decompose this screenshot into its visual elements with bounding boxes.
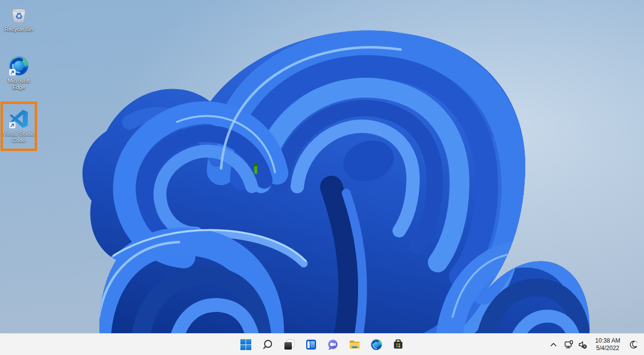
network-ethernet-icon	[564, 340, 574, 350]
chat-icon	[327, 339, 339, 351]
widgets-icon	[305, 339, 317, 351]
green-cursor-marker	[254, 163, 257, 174]
start-button[interactable]	[236, 335, 256, 355]
file-explorer-button[interactable]	[345, 335, 365, 355]
desktop-icon-label: Visual StudioCode	[1, 131, 37, 144]
recycle-bin-icon: ♻	[9, 4, 29, 24]
network-volume-tray-button[interactable]	[561, 335, 590, 355]
chevron-up-icon	[549, 340, 558, 350]
desktop-icon-recycle-bin[interactable]: ♻ Recycle Bin	[0, 4, 39, 33]
task-view-button[interactable]	[279, 335, 299, 355]
wallpaper-bloom	[0, 0, 644, 355]
microsoft-store-button[interactable]	[388, 335, 408, 355]
shortcut-arrow-icon	[9, 69, 16, 76]
microsoft-store-icon	[392, 339, 404, 351]
focus-assist-button[interactable]	[625, 335, 642, 355]
task-view-icon	[283, 339, 295, 351]
system-tray: 10:38 AM 5/4/2022	[547, 334, 642, 355]
taskbar: 10:38 AM 5/4/2022	[0, 333, 644, 355]
tray-date: 5/4/2022	[596, 345, 619, 352]
windows-start-icon	[240, 339, 252, 351]
taskbar-center-icons	[236, 334, 408, 355]
hidden-icons-button[interactable]	[547, 335, 560, 355]
edge-taskbar-button[interactable]	[367, 335, 386, 355]
search-icon	[262, 339, 274, 351]
svg-text:♻: ♻	[15, 11, 23, 21]
windows-11-desktop: ♻ Recycle Bin MicrosoftEdge	[0, 0, 644, 355]
focus-assist-moon-icon	[629, 340, 639, 350]
search-button[interactable]	[258, 335, 277, 355]
desktop-icon-label: Recycle Bin	[1, 26, 37, 33]
tray-time: 10:38 AM	[595, 337, 620, 345]
desktop-icon-microsoft-edge[interactable]: MicrosoftEdge	[0, 55, 39, 91]
widgets-button[interactable]	[301, 335, 321, 355]
chat-button[interactable]	[323, 335, 343, 355]
shortcut-arrow-icon	[9, 122, 16, 129]
desktop-icon-visual-studio-code[interactable]: Visual StudioCode	[0, 108, 39, 144]
clock-tray-button[interactable]: 10:38 AM 5/4/2022	[591, 335, 624, 355]
file-explorer-icon	[349, 339, 361, 351]
microsoft-edge-icon	[370, 339, 382, 351]
desktop-icon-label: MicrosoftEdge	[1, 78, 37, 91]
volume-muted-icon	[578, 340, 588, 350]
